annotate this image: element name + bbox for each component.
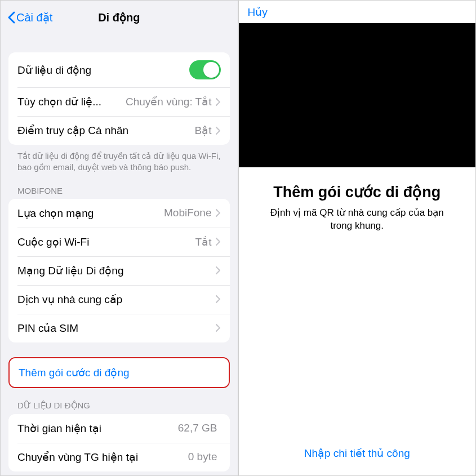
row-value: Tắt: [195, 235, 212, 248]
row-value: Bật: [195, 124, 212, 137]
row-mobile-data[interactable]: Dữ liệu di động: [8, 52, 230, 87]
top-bar: Hủy: [239, 1, 476, 23]
row-wifi-calling[interactable]: Cuộc gọi Wi-Fi Tắt: [8, 228, 230, 256]
section-header-carrier: MOBIFONE: [8, 174, 230, 199]
cancel-button[interactable]: Hủy: [248, 6, 268, 19]
chevron-right-icon: [215, 295, 221, 304]
add-plan-pane: Hủy Thêm gói cước di động Định vị mã QR …: [238, 0, 477, 476]
add-plan-subtitle: Định vị mã QR từ nhà cung cấp của bạn tr…: [239, 207, 476, 233]
row-network-selection[interactable]: Lựa chọn mạng MobiFone: [8, 199, 230, 228]
chevron-right-icon: [215, 97, 221, 106]
row-label: Điểm truy cập Cá nhân: [17, 124, 195, 137]
group-mobile-data: Dữ liệu di động Tùy chọn dữ liệ... Chuyể…: [8, 52, 230, 145]
chevron-left-icon: [7, 11, 15, 24]
row-label: Chuyển vùng TG hiện tại: [17, 451, 188, 464]
highlight-add-plan: Thêm gói cước di động: [8, 357, 230, 388]
enter-manually-button[interactable]: Nhập chi tiết thủ công: [304, 447, 410, 459]
row-label: Lựa chọn mạng: [17, 207, 164, 220]
add-plan-title: Thêm gói cước di động: [239, 183, 476, 201]
row-add-cellular-plan[interactable]: Thêm gói cước di động: [10, 358, 229, 387]
group-add-plan: Thêm gói cước di động: [10, 358, 229, 387]
row-label: Cuộc gọi Wi-Fi: [17, 235, 195, 248]
section-header-data-usage: DỮ LIỆU DI ĐỘNG: [8, 388, 230, 414]
row-personal-hotspot[interactable]: Điểm truy cập Cá nhân Bật: [8, 116, 230, 145]
back-button[interactable]: Cài đặt: [7, 11, 52, 24]
chevron-right-icon: [215, 237, 221, 246]
row-label: Mạng Dữ liệu Di động: [17, 264, 215, 277]
add-plan-link: Thêm gói cước di động: [19, 366, 220, 379]
row-roaming-period[interactable]: Chuyển vùng TG hiện tại 0 byte: [8, 443, 230, 471]
settings-cellular-pane: Cài đặt Di động Dữ liệu di động Tùy chọn…: [0, 0, 238, 476]
back-label: Cài đặt: [16, 11, 52, 24]
group-footer-text: Tắt dữ liệu di động để truyền tất cả dữ …: [8, 145, 230, 174]
row-label: Tùy chọn dữ liệ...: [17, 95, 126, 108]
row-current-period[interactable]: Thời gian hiện tại 62,7 GB: [8, 414, 230, 443]
row-value: 62,7 GB: [178, 422, 217, 434]
row-sim-pin[interactable]: PIN của SIM: [8, 314, 230, 342]
settings-content: Dữ liệu di động Tùy chọn dữ liệ... Chuyể…: [1, 32, 238, 475]
row-value: 0 byte: [188, 451, 217, 463]
row-value: Chuyển vùng: Tắt: [126, 95, 212, 108]
chevron-right-icon: [215, 266, 221, 275]
chevron-right-icon: [215, 208, 221, 217]
chevron-right-icon: [215, 126, 221, 135]
bottom-bar: Nhập chi tiết thủ công: [239, 447, 476, 460]
row-label: Thời gian hiện tại: [17, 422, 178, 435]
row-label: PIN của SIM: [17, 322, 215, 335]
row-label: Dữ liệu di động: [17, 64, 189, 77]
row-mobile-data-network[interactable]: Mạng Dữ liệu Di động: [8, 256, 230, 285]
chevron-right-icon: [215, 323, 221, 332]
qr-camera-view: [239, 23, 476, 167]
group-data-usage: Thời gian hiện tại 62,7 GB Chuyển vùng T…: [8, 414, 230, 471]
group-carrier: Lựa chọn mạng MobiFone Cuộc gọi Wi-Fi Tắ…: [8, 199, 230, 342]
row-carrier-services[interactable]: Dịch vụ nhà cung cấp: [8, 285, 230, 314]
row-label: Dịch vụ nhà cung cấp: [17, 293, 215, 306]
toggle-mobile-data[interactable]: [189, 60, 221, 79]
row-data-options[interactable]: Tùy chọn dữ liệ... Chuyển vùng: Tắt: [8, 87, 230, 116]
nav-header: Cài đặt Di động: [1, 1, 238, 32]
row-value: MobiFone: [164, 207, 212, 219]
